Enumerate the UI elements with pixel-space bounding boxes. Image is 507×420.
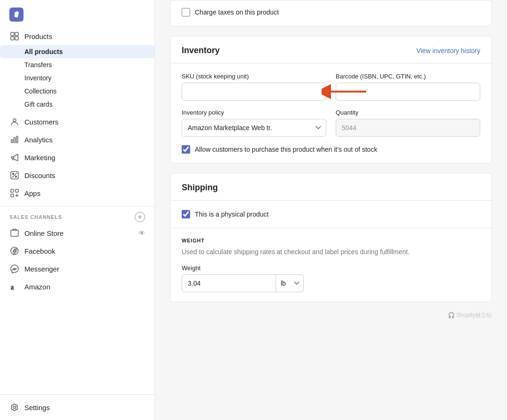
barcode-input[interactable] xyxy=(336,83,480,101)
weight-input-row: lb kg oz g xyxy=(182,274,304,292)
sidebar-item-online-store[interactable]: Online Store 👁 xyxy=(0,224,154,242)
sales-channels-section: SALES CHANNELS + xyxy=(0,210,154,224)
svg-point-4 xyxy=(13,119,16,122)
online-store-label: Online Store xyxy=(24,229,63,237)
svg-rect-6 xyxy=(14,138,15,143)
svg-text:a: a xyxy=(11,284,14,291)
products-label: Products xyxy=(24,32,52,40)
sku-group: SKU (stock keeping unit) xyxy=(182,73,326,101)
svg-rect-15 xyxy=(11,230,18,236)
svg-point-8 xyxy=(13,173,14,175)
shipping-title: Shipping xyxy=(182,183,218,193)
weight-description: Used to calculate shipping rates at chec… xyxy=(182,247,480,257)
sidebar-item-messenger[interactable]: Messenger xyxy=(0,260,154,278)
facebook-label: Facebook xyxy=(24,247,55,255)
barcode-label: Barcode (ISBN, UPC, GTIN, etc.) xyxy=(336,73,480,80)
amazon-label: Amazon xyxy=(24,283,50,291)
sidebar-sub-collections[interactable]: Collections xyxy=(0,85,154,98)
sidebar-item-apps[interactable]: Apps xyxy=(0,184,154,202)
products-icon xyxy=(9,31,20,41)
allow-purchase-checkbox[interactable] xyxy=(182,145,190,154)
weight-unit-select[interactable]: lb kg oz g xyxy=(276,274,304,292)
svg-rect-13 xyxy=(15,189,18,192)
sidebar-item-facebook[interactable]: Facebook xyxy=(0,242,154,260)
customers-icon xyxy=(9,117,20,127)
svg-rect-14 xyxy=(11,194,14,197)
sidebar-item-marketing[interactable]: Marketing xyxy=(0,148,154,166)
facebook-icon xyxy=(9,246,20,256)
sidebar-bottom: Settings xyxy=(0,394,154,420)
quantity-group: Quantity xyxy=(336,109,480,137)
taxes-section: Charge taxes on this product xyxy=(170,0,492,26)
sidebar-sub-transfers[interactable]: Transfers xyxy=(0,58,154,71)
svg-rect-1 xyxy=(15,32,18,36)
sidebar-item-products[interactable]: Products xyxy=(0,27,154,45)
barcode-group: Barcode (ISBN, UPC, GTIN, etc.) xyxy=(336,73,480,101)
policy-quantity-row: Inventory policy Amazon Marketplace Web … xyxy=(182,109,480,137)
analytics-icon xyxy=(9,134,20,145)
analytics-label: Analytics xyxy=(24,136,53,144)
view-inventory-history-link[interactable]: View inventory history xyxy=(416,47,480,54)
shipping-header: Shipping xyxy=(170,173,492,201)
marketing-label: Marketing xyxy=(24,154,55,162)
discounts-label: Discounts xyxy=(24,171,55,179)
quantity-label: Quantity xyxy=(336,109,480,116)
inventory-title: Inventory xyxy=(182,46,220,55)
sidebar-item-customers[interactable]: Customers xyxy=(0,113,154,131)
physical-product-row: This is a physical product xyxy=(182,210,480,218)
inventory-policy-label: Inventory policy xyxy=(182,109,326,116)
sku-input-wrapper xyxy=(182,83,326,101)
sidebar: Products All products Transfers Inventor… xyxy=(0,0,155,420)
inventory-policy-group: Inventory policy Amazon Marketplace Web … xyxy=(182,109,326,137)
customers-label: Customers xyxy=(24,118,59,126)
amazon-icon: a xyxy=(9,281,20,292)
settings-label: Settings xyxy=(24,404,50,412)
sidebar-sub-inventory[interactable]: Inventory xyxy=(0,71,154,85)
add-sales-channel-button[interactable]: + xyxy=(135,212,145,222)
svg-point-9 xyxy=(15,176,17,178)
weight-input[interactable] xyxy=(182,274,276,292)
products-nav-group: Products All products Transfers Inventor… xyxy=(0,25,154,113)
sku-barcode-row: SKU (stock keeping unit) xyxy=(182,73,480,101)
discounts-icon xyxy=(9,170,20,180)
physical-product-checkbox[interactable] xyxy=(182,210,190,218)
inventory-header: Inventory View inventory history xyxy=(170,36,492,63)
sidebar-item-analytics[interactable]: Analytics xyxy=(0,131,154,148)
online-store-icon xyxy=(9,228,20,238)
shipping-card: Shipping This is a physical product WEIG… xyxy=(170,173,492,302)
sidebar-divider-1 xyxy=(0,206,154,206)
svg-rect-0 xyxy=(11,32,14,36)
charge-taxes-checkbox[interactable] xyxy=(182,8,190,16)
svg-rect-5 xyxy=(11,140,13,143)
taxes-card: Charge taxes on this product xyxy=(170,0,492,26)
shopify-logo xyxy=(9,8,23,22)
inventory-body: SKU (stock keeping unit) xyxy=(170,63,492,163)
allow-purchase-label: Allow customers to purchase this product… xyxy=(195,146,377,153)
physical-product-label: This is a physical product xyxy=(195,210,269,218)
messenger-label: Messenger xyxy=(24,265,59,273)
shipping-body: This is a physical product xyxy=(170,201,492,228)
weight-section: WEIGHT Used to calculate shipping rates … xyxy=(170,228,492,302)
apps-icon xyxy=(9,188,20,198)
online-store-eye-icon[interactable]: 👁 xyxy=(138,229,145,237)
sidebar-item-amazon[interactable]: a Amazon xyxy=(0,278,154,296)
svg-point-17 xyxy=(14,406,16,409)
sidebar-sub-gift-cards[interactable]: Gift cards xyxy=(0,98,154,111)
charge-taxes-row: Charge taxes on this product xyxy=(182,8,480,16)
sku-input[interactable] xyxy=(182,83,326,101)
weight-section-label: WEIGHT xyxy=(182,238,480,243)
inventory-policy-select[interactable]: Amazon Marketplace Web tr. Shopify track… xyxy=(182,119,326,137)
sidebar-item-discounts[interactable]: Discounts xyxy=(0,166,154,184)
allow-purchase-row: Allow customers to purchase this product… xyxy=(182,145,480,154)
inventory-card: Inventory View inventory history SKU (st… xyxy=(170,36,492,163)
marketing-icon xyxy=(9,152,20,163)
apps-label: Apps xyxy=(24,189,40,197)
sku-label: SKU (stock keeping unit) xyxy=(182,73,326,80)
sidebar-sub-all-products[interactable]: All products xyxy=(0,45,154,58)
svg-rect-2 xyxy=(11,37,14,40)
quantity-input[interactable] xyxy=(336,119,480,137)
sidebar-item-settings[interactable]: Settings xyxy=(0,398,154,416)
main-content: Charge taxes on this product Inventory V… xyxy=(155,0,507,420)
messenger-icon xyxy=(9,264,20,274)
svg-rect-7 xyxy=(16,136,18,143)
